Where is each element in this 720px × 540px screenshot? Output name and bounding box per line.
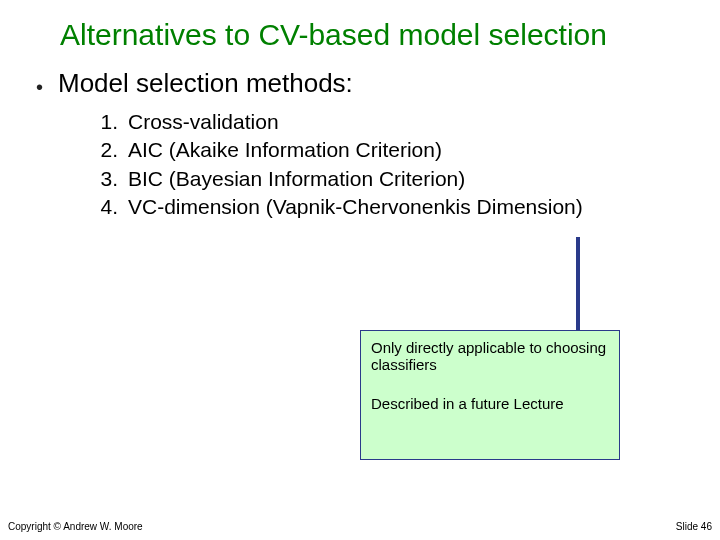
list-number: 4.: [90, 193, 128, 221]
list-number: 1.: [90, 108, 128, 136]
callout-text-2: Described in a future Lecture: [371, 395, 609, 412]
bullet-icon: •: [36, 76, 43, 99]
list-text: Cross-validation: [128, 108, 279, 136]
list-item: 3. BIC (Bayesian Information Criterion): [90, 165, 583, 193]
callout-box: Only directly applicable to choosing cla…: [360, 330, 620, 460]
list-text: AIC (Akaike Information Criterion): [128, 136, 442, 164]
list-item: 2. AIC (Akaike Information Criterion): [90, 136, 583, 164]
list-number: 3.: [90, 165, 128, 193]
method-list: 1. Cross-validation 2. AIC (Akaike Infor…: [90, 108, 583, 221]
section-heading: Model selection methods:: [58, 68, 353, 99]
slide-number: Slide 46: [676, 521, 712, 532]
list-text: VC-dimension (Vapnik-Chervonenkis Dimens…: [128, 193, 583, 221]
list-item: 4. VC-dimension (Vapnik-Chervonenkis Dim…: [90, 193, 583, 221]
callout-connector: [576, 237, 580, 330]
list-text: BIC (Bayesian Information Criterion): [128, 165, 465, 193]
slide-title: Alternatives to CV-based model selection: [60, 18, 690, 52]
list-item: 1. Cross-validation: [90, 108, 583, 136]
callout-text-1: Only directly applicable to choosing cla…: [371, 339, 609, 373]
copyright-notice: Copyright © Andrew W. Moore: [8, 521, 143, 532]
list-number: 2.: [90, 136, 128, 164]
